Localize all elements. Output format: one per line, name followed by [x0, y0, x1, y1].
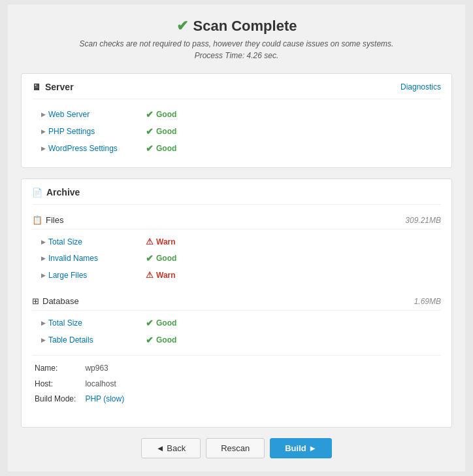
large-files-link[interactable]: ▶ Large Files — [41, 271, 146, 280]
check-icon: ✔ — [146, 253, 154, 264]
files-items: ▶ Total Size ⚠ Warn ▶ Invalid Names ✔ — [32, 233, 441, 283]
database-info: Name: wp963 Host: localhost Build Mode: … — [32, 355, 441, 407]
database-subsection: ⊞ Database 1.69MB ▶ Total Size ✔ Good — [32, 292, 441, 407]
table-row: ▶ Table Details ✔ Good — [32, 332, 441, 348]
invalid-names-status: ✔ Good — [146, 253, 176, 264]
db-name-row: Name: wp963 — [32, 361, 127, 377]
database-items: ▶ Total Size ✔ Good ▶ Table Details ✔ — [32, 314, 441, 348]
arrow-icon: ▶ — [41, 111, 46, 118]
page-header: ✔ Scan Complete Scan checks are not requ… — [21, 18, 452, 61]
database-icon: ⊞ — [32, 296, 39, 306]
db-host-row: Host: localhost — [32, 377, 127, 392]
server-icon: 🖥 — [32, 82, 41, 92]
database-header: ⊞ Database 1.69MB — [32, 292, 441, 311]
wordpress-settings-status: ✔ Good — [146, 143, 176, 154]
archive-section-header: 📄 Archive — [32, 187, 441, 205]
arrow-icon: ▶ — [41, 320, 46, 326]
warn-icon: ⚠ — [146, 270, 154, 280]
db-build-label: Build Mode: — [32, 392, 82, 407]
db-name-label: Name: — [32, 361, 82, 377]
db-total-size-status: ✔ Good — [146, 318, 176, 328]
server-section-header: 🖥 Server Diagnostics — [32, 82, 441, 99]
files-subsection: 📋 Files 309.21MB ▶ Total Size ⚠ Warn — [32, 211, 441, 283]
total-size-link[interactable]: ▶ Total Size — [41, 237, 146, 246]
table-row: ▶ Invalid Names ✔ Good — [32, 250, 441, 267]
php-settings-status: ✔ Good — [146, 126, 176, 137]
subtitle: Scan checks are not required to pass, ho… — [21, 38, 452, 61]
check-complete-icon: ✔ — [176, 18, 188, 35]
invalid-names-link[interactable]: ▶ Invalid Names — [41, 254, 146, 263]
table-row: ▶ WordPress Settings ✔ Good — [32, 140, 441, 157]
table-row: ▶ Large Files ⚠ Warn — [32, 267, 441, 283]
server-section: 🖥 Server Diagnostics ▶ Web Server ✔ Good… — [21, 73, 452, 168]
web-server-status: ✔ Good — [146, 109, 176, 120]
total-size-status: ⚠ Warn — [146, 237, 176, 246]
server-title: 🖥 Server — [32, 82, 74, 92]
check-icon: ✔ — [146, 318, 154, 328]
files-icon: 📋 — [32, 215, 42, 225]
large-files-status: ⚠ Warn — [146, 270, 176, 280]
arrow-icon: ▶ — [41, 128, 46, 135]
db-build-value: PHP (slow) — [82, 392, 127, 407]
table-row: ▶ Web Server ✔ Good — [32, 106, 441, 123]
check-icon: ✔ — [146, 335, 154, 345]
arrow-icon: ▶ — [41, 239, 46, 245]
diagnostics-link[interactable]: Diagnostics — [400, 82, 441, 92]
table-row: ▶ Total Size ⚠ Warn — [32, 233, 441, 250]
web-server-link[interactable]: ▶ Web Server — [41, 110, 146, 119]
arrow-icon: ▶ — [41, 272, 46, 279]
check-icon: ✔ — [146, 126, 154, 137]
check-icon: ✔ — [146, 143, 154, 154]
php-settings-link[interactable]: ▶ PHP Settings — [41, 127, 146, 136]
table-details-status: ✔ Good — [146, 335, 176, 345]
back-button[interactable]: ◄ Back — [141, 438, 201, 458]
arrow-icon: ▶ — [41, 337, 46, 343]
page-title: ✔ Scan Complete — [21, 18, 452, 35]
php-slow-link[interactable]: PHP (slow) — [85, 394, 124, 403]
archive-title: 📄 Archive — [32, 187, 80, 197]
archive-section: 📄 Archive 📋 Files 309.21MB ▶ Total Size — [21, 178, 452, 428]
warn-icon: ⚠ — [146, 237, 154, 246]
database-title: ⊞ Database — [32, 296, 79, 306]
files-header: 📋 Files 309.21MB — [32, 211, 441, 230]
footer-buttons: ◄ Back Rescan Build ► — [21, 438, 452, 458]
arrow-icon: ▶ — [41, 145, 46, 152]
table-row: ▶ Total Size ✔ Good — [32, 314, 441, 332]
wordpress-settings-link[interactable]: ▶ WordPress Settings — [41, 144, 146, 153]
db-host-label: Host: — [32, 377, 82, 392]
database-size: 1.69MB — [414, 297, 441, 306]
archive-icon: 📄 — [32, 188, 42, 197]
rescan-button[interactable]: Rescan — [206, 438, 265, 458]
db-host-value: localhost — [82, 377, 127, 392]
db-total-size-link[interactable]: ▶ Total Size — [41, 318, 146, 328]
files-title: 📋 Files — [32, 215, 63, 225]
arrow-icon: ▶ — [41, 255, 46, 262]
check-icon: ✔ — [146, 109, 154, 120]
build-button[interactable]: Build ► — [270, 438, 332, 458]
table-details-link[interactable]: ▶ Table Details — [41, 335, 146, 345]
table-row: ▶ PHP Settings ✔ Good — [32, 123, 441, 140]
db-name-value: wp963 — [82, 361, 127, 377]
files-size: 309.21MB — [405, 216, 441, 225]
db-build-row: Build Mode: PHP (slow) — [32, 392, 127, 407]
server-items: ▶ Web Server ✔ Good ▶ PHP Settings ✔ Goo… — [32, 106, 441, 157]
